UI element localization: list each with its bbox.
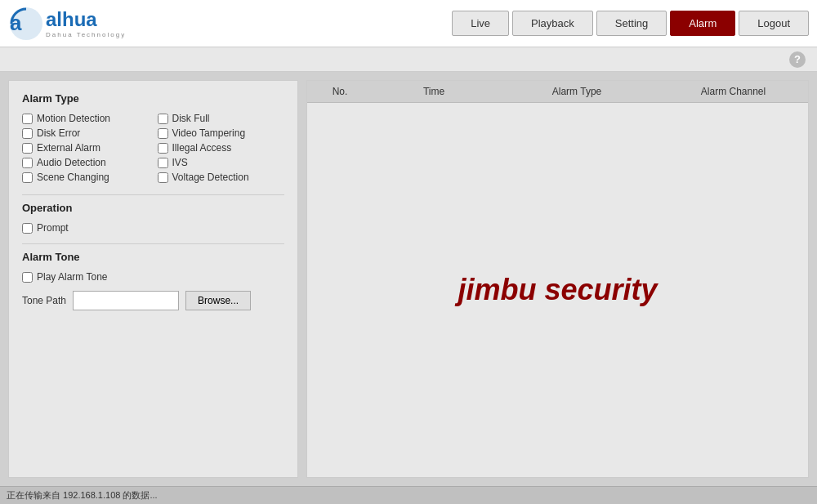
header: a alhua Dahua Technology Live Playback S… [0,0,817,47]
checkbox-disk-error[interactable]: Disk Error [22,127,150,139]
illegal-access-checkbox[interactable] [158,143,168,154]
nav-live-button[interactable]: Live [452,11,509,36]
col-time: Time [373,86,495,97]
tone-path-label: Tone Path [22,295,66,306]
disk-error-checkbox[interactable] [22,128,33,139]
checkbox-prompt[interactable]: Prompt [22,222,284,234]
dahua-logo-icon: a [8,6,44,42]
motion-detection-checkbox[interactable] [22,114,33,124]
audio-detection-label: Audio Detection [37,157,106,168]
scene-changing-checkbox[interactable] [22,172,33,183]
video-tampering-label: Video Tampering [172,127,246,139]
checkbox-voltage-detection[interactable]: Voltage Detection [158,172,285,183]
prompt-label: Prompt [37,222,69,234]
checkbox-scene-changing[interactable]: Scene Changing [22,172,150,183]
ivs-checkbox[interactable] [158,158,168,168]
play-alarm-tone-label: Play Alarm Tone [37,271,108,283]
checkbox-disk-full[interactable]: Disk Full [158,113,285,124]
external-alarm-label: External Alarm [37,142,100,154]
col-alarm-channel: Alarm Channel [659,86,808,97]
ivs-label: IVS [172,157,188,168]
divider-1 [22,194,284,195]
col-no: No. [307,86,373,97]
nav-setting-button[interactable]: Setting [596,11,667,36]
checkbox-audio-detection[interactable]: Audio Detection [22,157,150,168]
checkbox-ivs[interactable]: IVS [158,157,285,168]
alarm-type-checkboxes: Motion Detection Disk Full Disk Error Vi… [22,113,284,183]
checkbox-play-alarm-tone[interactable]: Play Alarm Tone [22,271,284,283]
disk-error-label: Disk Error [37,127,80,139]
scene-changing-label: Scene Changing [37,172,109,183]
alarm-tone-title: Alarm Tone [22,251,284,263]
nav-buttons: Live Playback Setting Alarm Logout [452,11,809,36]
help-bar: ? [0,47,817,72]
tone-path-input[interactable] [73,291,179,310]
motion-detection-label: Motion Detection [37,113,110,124]
logo-wrapper: a alhua Dahua Technology [8,6,126,42]
watermark-text: jimbu security [458,273,657,307]
tone-path-row: Tone Path Browse... [22,291,284,310]
disk-full-checkbox[interactable] [158,114,168,124]
help-icon[interactable]: ? [789,51,806,68]
col-alarm-type: Alarm Type [495,86,659,97]
nav-logout-button[interactable]: Logout [739,11,809,36]
table-header: No. Time Alarm Type Alarm Channel [307,81,808,103]
illegal-access-label: Illegal Access [172,142,232,154]
logo-text-block: alhua Dahua Technology [46,8,126,38]
right-panel: No. Time Alarm Type Alarm Channel jimbu … [306,80,809,478]
voltage-detection-checkbox[interactable] [158,172,168,183]
divider-2 [22,243,284,244]
checkbox-external-alarm[interactable]: External Alarm [22,142,150,154]
nav-playback-button[interactable]: Playback [512,11,593,36]
logo-brand-name: alhua [46,8,97,30]
audio-detection-checkbox[interactable] [22,158,33,168]
play-alarm-tone-checkbox[interactable] [22,272,33,283]
video-tampering-checkbox[interactable] [158,128,168,139]
checkbox-motion-detection[interactable]: Motion Detection [22,113,150,124]
browse-button[interactable]: Browse... [185,291,251,310]
logo-area: a alhua Dahua Technology [8,6,155,42]
operation-title: Operation [22,202,284,214]
logo-tagline: Dahua Technology [46,31,126,38]
checkbox-illegal-access[interactable]: Illegal Access [158,142,285,154]
left-panel: Alarm Type Motion Detection Disk Full Di… [8,80,298,478]
main-content: Alarm Type Motion Detection Disk Full Di… [0,72,817,486]
checkbox-video-tampering[interactable]: Video Tampering [158,127,285,139]
prompt-checkbox[interactable] [22,223,33,234]
alarm-type-title: Alarm Type [22,92,284,105]
disk-full-label: Disk Full [172,113,210,124]
status-text: 正在传输来自 192.168.1.108 的数据... [7,489,158,502]
nav-alarm-button[interactable]: Alarm [670,11,735,36]
status-bar: 正在传输来自 192.168.1.108 的数据... [0,486,817,504]
table-body: jimbu security [307,103,808,477]
voltage-detection-label: Voltage Detection [172,172,249,183]
external-alarm-checkbox[interactable] [22,143,33,154]
